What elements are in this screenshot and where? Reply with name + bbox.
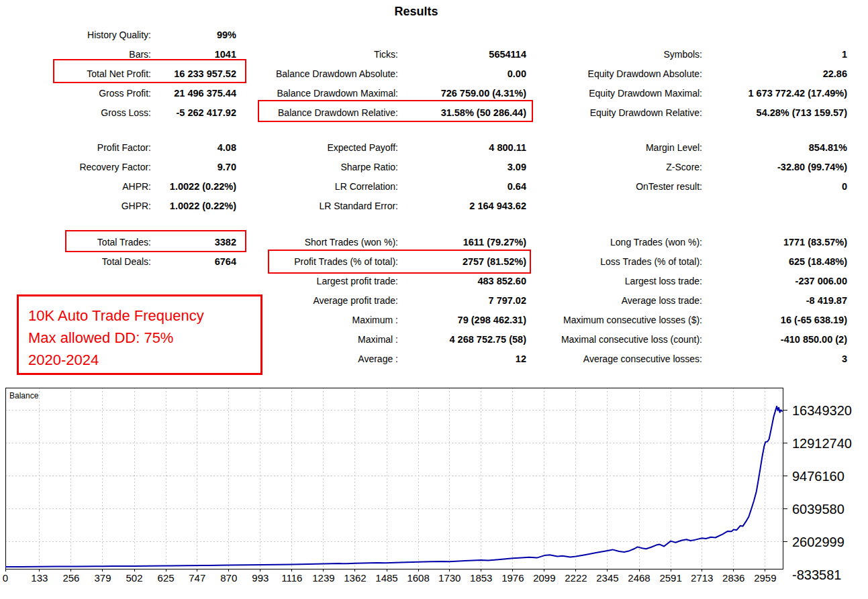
stat-value: 1611 (79.27%) bbox=[398, 233, 526, 252]
stat-value: 2757 (81.52%) bbox=[398, 252, 526, 272]
backtest-report: Results History Quality:99%Bars:1041Tick… bbox=[0, 0, 868, 599]
stat-value: 3.09 bbox=[398, 158, 526, 177]
stat-label: Average loss trade: bbox=[530, 291, 702, 311]
x-axis-tick-label: 1485 bbox=[375, 572, 397, 584]
balance-chart: 0133256379502625747870993111612391362148… bbox=[5, 388, 868, 597]
annotation-line-3: 2020-2024 bbox=[28, 349, 260, 371]
stat-value: 5654114 bbox=[398, 45, 526, 64]
stat-label: Average consecutive losses: bbox=[530, 349, 702, 369]
stat-value: 54.28% (713 159.57) bbox=[702, 103, 847, 123]
x-axis-tick-label: 1116 bbox=[281, 572, 302, 584]
x-axis-tick-label: 625 bbox=[158, 572, 175, 584]
stat-value: 6764 bbox=[151, 252, 236, 272]
stat-label: Balance Drawdown Maximal: bbox=[242, 84, 398, 103]
x-axis-tick-label: 2836 bbox=[722, 572, 744, 584]
x-axis-tick-label: 993 bbox=[252, 572, 269, 584]
stat-label: Average profit trade: bbox=[242, 291, 398, 311]
stat-label: Long Trades (won %): bbox=[530, 233, 702, 252]
x-axis-tick-label: 0 bbox=[3, 572, 8, 584]
stat-value: 3 bbox=[702, 349, 847, 369]
stat-value: 0 bbox=[702, 177, 847, 197]
stat-label: Bars: bbox=[13, 45, 151, 64]
balance-line bbox=[5, 406, 783, 567]
x-axis-tick-label: 502 bbox=[126, 572, 143, 584]
stat-label: Balance Drawdown Absolute: bbox=[242, 64, 398, 84]
chart-legend-balance: Balance bbox=[9, 391, 39, 400]
y-axis-tick-label: 16349320 bbox=[792, 403, 852, 418]
x-axis-tick-label: 2099 bbox=[533, 572, 555, 584]
stat-label: Short Trades (won %): bbox=[242, 233, 398, 252]
stat-label: Profit Trades (% of total): bbox=[242, 252, 398, 272]
stat-label: Margin Level: bbox=[530, 138, 702, 158]
x-axis-tick-label: 747 bbox=[189, 572, 205, 584]
stat-label: Maximum : bbox=[242, 311, 398, 330]
stat-value: 16 233 957.52 bbox=[151, 64, 236, 84]
stat-label: Maximum consecutive losses ($): bbox=[530, 311, 702, 330]
x-axis-tick-label: 1730 bbox=[438, 572, 461, 584]
stat-value: 16 (-65 638.19) bbox=[702, 311, 847, 330]
stat-label: Expected Payoff: bbox=[242, 138, 398, 158]
stat-value: 2 164 943.62 bbox=[398, 197, 526, 216]
stat-value: 22.86 bbox=[702, 64, 847, 84]
stat-value: 12 bbox=[398, 349, 526, 369]
stat-label: Maximal : bbox=[242, 330, 398, 349]
stat-label: Ticks: bbox=[242, 45, 398, 64]
stat-value: -237 006.00 bbox=[702, 272, 847, 291]
stat-label: Z-Score: bbox=[530, 158, 702, 177]
stat-value: 4 800.11 bbox=[398, 138, 526, 158]
stat-label: Equity Drawdown Maximal: bbox=[530, 84, 702, 103]
stat-value: 1.0022 (0.22%) bbox=[151, 197, 236, 216]
stat-label: Recovery Factor: bbox=[13, 158, 151, 177]
stat-label: GHPR: bbox=[13, 197, 151, 216]
stat-value: 726 759.00 (4.31%) bbox=[398, 84, 526, 103]
stat-value: 625 (18.48%) bbox=[702, 252, 847, 272]
x-axis-tick-label: 379 bbox=[94, 572, 111, 584]
stat-label: Equity Drawdown Relative: bbox=[530, 103, 702, 123]
stat-value: -5 262 417.92 bbox=[151, 103, 236, 123]
x-axis-tick-label: 2222 bbox=[565, 572, 587, 584]
stat-label: Total Net Profit: bbox=[13, 64, 151, 84]
stat-value: -410 850.00 (2) bbox=[702, 330, 847, 349]
y-axis-tick-label: 12912740 bbox=[792, 436, 852, 451]
stat-label: Loss Trades (% of total): bbox=[530, 252, 702, 272]
stat-label: Sharpe Ratio: bbox=[242, 158, 398, 177]
stat-value: 4 268 752.75 (58) bbox=[398, 330, 526, 349]
x-axis-tick-label: 1239 bbox=[312, 572, 334, 584]
stat-label: Average : bbox=[242, 349, 398, 369]
stat-label: Equity Drawdown Absolute: bbox=[530, 64, 702, 84]
x-axis-tick-label: 133 bbox=[31, 572, 48, 584]
annotation-line-1: 10K Auto Trade Frequency bbox=[28, 305, 260, 327]
y-axis-tick-label: -833581 bbox=[792, 567, 841, 582]
annotation-note: 10K Auto Trade Frequency Max allowed DD:… bbox=[17, 294, 262, 375]
stat-label: LR Standard Error: bbox=[242, 197, 398, 216]
stat-value: 4.08 bbox=[151, 138, 236, 158]
stat-label: Largest loss trade: bbox=[530, 272, 702, 291]
stat-label: History Quality: bbox=[13, 25, 151, 45]
stat-value: 7 797.02 bbox=[398, 291, 526, 311]
stat-value: 1 673 772.42 (17.49%) bbox=[702, 84, 847, 103]
stat-label: LR Correlation: bbox=[242, 177, 398, 197]
balance-chart-svg: 0133256379502625747870993111612391362148… bbox=[5, 388, 868, 597]
stat-value: 31.58% (50 286.44) bbox=[398, 103, 526, 123]
x-axis-tick-label: 1853 bbox=[470, 572, 492, 584]
stat-value: 854.81% bbox=[702, 138, 847, 158]
y-axis-tick-label: 2602999 bbox=[792, 535, 845, 549]
stat-value: 0.64 bbox=[398, 177, 526, 197]
x-axis-tick-label: 1362 bbox=[344, 572, 366, 584]
stat-value: -8 419.87 bbox=[702, 291, 847, 311]
stat-label: OnTester result: bbox=[530, 177, 702, 197]
stat-label: Maximal consecutive loss (count): bbox=[530, 330, 702, 349]
stat-value: 21 496 375.44 bbox=[151, 84, 236, 103]
stat-value: 99% bbox=[151, 25, 236, 45]
stat-label: Gross Loss: bbox=[13, 103, 151, 123]
stat-value: 3382 bbox=[151, 233, 236, 252]
x-axis-tick-label: 870 bbox=[220, 572, 237, 584]
stat-label: Total Deals: bbox=[13, 252, 151, 272]
stat-label: Total Trades: bbox=[13, 233, 151, 252]
stat-label: AHPR: bbox=[13, 177, 151, 197]
x-axis-tick-label: 2959 bbox=[754, 572, 776, 584]
x-axis-tick-label: 1608 bbox=[407, 572, 429, 584]
stat-value: 1771 (83.57%) bbox=[702, 233, 847, 252]
stat-value: 79 (298 462.31) bbox=[398, 311, 526, 330]
stat-label: Gross Profit: bbox=[13, 84, 151, 103]
